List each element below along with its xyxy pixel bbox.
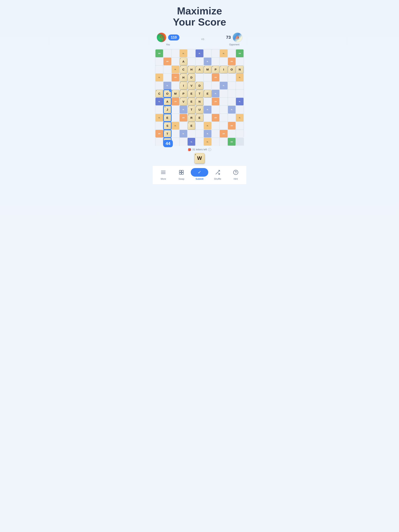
cell-3l-r2c7[interactable]: 3L xyxy=(204,58,211,65)
cell-r6c3[interactable]: 4M xyxy=(172,90,179,97)
tile-C2-compete[interactable]: 3C xyxy=(155,90,163,97)
cell-2w-r4c8[interactable]: 2W xyxy=(212,74,219,81)
cell-r3c9[interactable]: 1I xyxy=(220,66,227,73)
cell-r4c6[interactable] xyxy=(196,74,203,81)
cell-r6c7[interactable]: 1E xyxy=(204,90,211,97)
cell-r12c8[interactable] xyxy=(212,138,219,146)
cell-r5c1[interactable] xyxy=(155,82,163,89)
cell-r11c2[interactable]: 1T xyxy=(163,130,171,138)
tile-A2[interactable]: 1A xyxy=(196,66,203,73)
cell-r10c8[interactable] xyxy=(212,122,219,129)
game-board[interactable]: 3W 2L 4L 2L 3W 2W 1A 3L 2W 2L xyxy=(155,49,244,138)
cell-4l-r7c1[interactable]: 4L xyxy=(155,98,163,105)
cell-3l-r11c4[interactable]: 3L xyxy=(180,130,187,138)
cell-r2c6[interactable] xyxy=(196,58,203,65)
cell-r8c5[interactable]: 1T xyxy=(188,106,195,113)
cell-r9c3[interactable] xyxy=(172,114,179,121)
cell-r9c6[interactable]: 1E xyxy=(196,114,203,121)
cell-r2c5[interactable] xyxy=(188,58,195,65)
cell-2w-r4c3[interactable]: 2W xyxy=(172,74,179,81)
tile-S[interactable]: 1S xyxy=(163,122,171,129)
cell-2w-r2c2[interactable]: 2W xyxy=(163,58,171,65)
cell-r5c3[interactable] xyxy=(172,82,179,89)
cell-2w-r11c9[interactable]: 2W xyxy=(220,130,227,138)
cell-2w-r2c10[interactable]: 2W xyxy=(228,58,236,65)
cell-r1c3[interactable] xyxy=(172,50,179,57)
cell-r10c6[interactable] xyxy=(196,122,203,129)
cell-3w-r12c10[interactable]: 3W xyxy=(228,138,235,146)
tile-V[interactable]: 4V xyxy=(188,82,195,89)
cell-2w-r7c8[interactable]: 2W xyxy=(212,98,219,105)
cell-2l-r1c4[interactable]: 2L xyxy=(180,50,187,57)
cell-2l-r10c3[interactable]: 2L xyxy=(172,122,179,129)
cell-r12c2[interactable]: 4Y 44 xyxy=(163,138,171,146)
tile-D2[interactable]: 4D xyxy=(196,82,203,89)
tile-I[interactable]: 1I xyxy=(220,66,227,73)
cell-2l-r12c7[interactable]: 2L xyxy=(204,138,211,146)
cell-r6c5[interactable]: 1E xyxy=(188,90,195,97)
tile-M[interactable]: 3M xyxy=(204,66,211,73)
cell-r3c2[interactable] xyxy=(163,66,171,73)
cell-r3c10[interactable]: 1O xyxy=(228,66,236,73)
cell-r10c5[interactable]: 1E xyxy=(188,122,195,129)
cell-r4c2[interactable] xyxy=(163,74,171,81)
cell-r6c2[interactable]: ✓ 1O xyxy=(163,90,171,97)
info-icon[interactable]: i xyxy=(208,148,211,151)
cell-r11c3[interactable] xyxy=(172,130,179,138)
cell-r7c4[interactable]: 4V xyxy=(180,98,187,105)
tile-Y[interactable]: 4Y 44 xyxy=(163,138,171,146)
cell-r1c7[interactable] xyxy=(204,50,211,57)
tile-M-compete[interactable]: 4M xyxy=(172,90,179,97)
tile-R[interactable]: 1R xyxy=(188,114,195,121)
cell-r1c10[interactable] xyxy=(228,50,236,57)
cell-r4c9[interactable] xyxy=(220,74,227,81)
cell-r6c11[interactable] xyxy=(236,90,244,97)
tile-E3[interactable]: 1E xyxy=(188,98,195,105)
cell-r11c6[interactable] xyxy=(196,130,203,138)
cell-r8c6[interactable]: 2U xyxy=(196,106,203,113)
cell-r6c9[interactable] xyxy=(220,90,227,97)
cell-2w-r9c8[interactable]: 2W xyxy=(212,114,219,121)
cell-r8c2[interactable]: 10J xyxy=(163,106,171,113)
cell-3l-r6c8[interactable]: 3L xyxy=(212,90,219,97)
cell-r1c5[interactable] xyxy=(188,50,195,57)
cell-r5c4[interactable]: 1I xyxy=(180,82,187,89)
cell-2l-r3c3[interactable]: 2L xyxy=(172,66,179,73)
cell-r2c1[interactable] xyxy=(155,58,163,65)
tile-A-path[interactable]: 1A xyxy=(163,98,171,105)
cell-r4c4[interactable]: 4H xyxy=(180,74,187,81)
cell-r12c9[interactable] xyxy=(220,138,227,146)
cell-r11c8[interactable] xyxy=(212,130,219,138)
tile-E6[interactable]: 1E xyxy=(188,122,195,129)
tile-N[interactable]: 1N xyxy=(196,98,203,105)
cell-r10c2[interactable]: 1S xyxy=(163,122,171,129)
tile-T2[interactable]: 1T xyxy=(188,106,195,113)
swap-icon[interactable] xyxy=(177,168,186,177)
cell-3l-r5c2[interactable]: 3L xyxy=(163,82,171,89)
cell-r1c8[interactable] xyxy=(212,50,219,57)
cell-r11c10[interactable] xyxy=(228,130,236,138)
cell-3l-r8c10[interactable]: 3L xyxy=(228,106,236,113)
cell-r7c9[interactable] xyxy=(220,98,227,105)
cell-r10c11[interactable] xyxy=(236,122,244,129)
cell-r2c11[interactable] xyxy=(236,58,244,65)
tile-D[interactable]: 2D xyxy=(188,74,195,81)
shuffle-icon[interactable] xyxy=(213,168,222,177)
cell-2w-r9c4[interactable]: 2W xyxy=(180,114,187,121)
cell-r8c1[interactable] xyxy=(155,106,163,113)
cell-r10c9[interactable] xyxy=(220,122,227,129)
toolbar-submit[interactable]: ✓ Submit xyxy=(191,168,209,180)
cell-r7c2[interactable]: 1A xyxy=(163,98,171,105)
tile-C[interactable]: 3C xyxy=(180,66,187,73)
submit-button[interactable]: ✓ xyxy=(191,168,208,177)
cell-r3c7[interactable]: 3M xyxy=(204,66,211,73)
cell-r2c9[interactable] xyxy=(220,58,227,65)
cell-r7c10[interactable] xyxy=(228,98,236,105)
cell-r3c8[interactable]: 4P xyxy=(212,66,219,73)
cell-r11c11[interactable] xyxy=(236,130,244,138)
cell-r6c6[interactable]: 1T xyxy=(196,90,203,97)
cell-2l-r10c7[interactable]: 2L xyxy=(204,122,211,129)
cell-r3c1[interactable] xyxy=(155,66,163,73)
cell-2l-r9c1[interactable]: 2L xyxy=(155,114,163,121)
cell-r3c11[interactable]: 1N xyxy=(236,66,244,73)
